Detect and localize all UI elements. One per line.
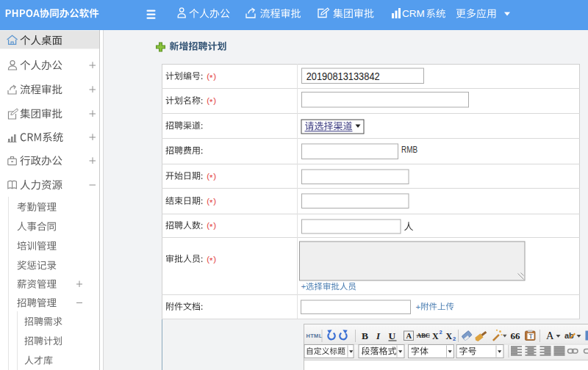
svg-text:CRM: CRM — [402, 8, 425, 19]
svg-text:): ) — [213, 197, 216, 206]
svg-text:T: T — [529, 333, 533, 340]
svg-text:): ) — [213, 221, 216, 230]
svg-text:*: * — [209, 173, 213, 182]
svg-text:X: X — [446, 331, 453, 341]
svg-text:*: * — [209, 256, 213, 265]
svg-text:): ) — [213, 72, 216, 81]
svg-text:HTML: HTML — [306, 333, 323, 339]
svg-text:X: X — [432, 331, 439, 341]
svg-text:*: * — [209, 98, 213, 106]
svg-text:): ) — [213, 96, 216, 105]
svg-text:*: * — [209, 222, 213, 231]
svg-text:2: 2 — [440, 329, 442, 335]
svg-text:): ) — [213, 255, 216, 264]
svg-text:A: A — [546, 330, 554, 341]
svg-text:): ) — [213, 172, 216, 181]
svg-text:+: + — [416, 302, 421, 311]
svg-text:66: 66 — [511, 330, 521, 341]
svg-text:20190813133842: 20190813133842 — [306, 70, 380, 82]
svg-text:*: * — [209, 73, 213, 82]
svg-text:+: + — [301, 282, 306, 291]
svg-text:A: A — [406, 332, 412, 340]
svg-text:*: * — [209, 198, 213, 207]
svg-text:U: U — [389, 330, 396, 341]
svg-text:B: B — [362, 330, 368, 341]
svg-text:RMB: RMB — [401, 145, 417, 155]
svg-text:2: 2 — [453, 335, 456, 342]
svg-text:I: I — [376, 330, 381, 341]
